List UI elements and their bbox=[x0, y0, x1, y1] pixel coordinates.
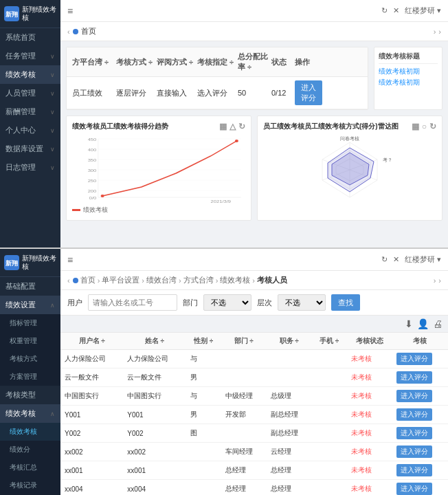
nav-next-icon-bottom[interactable]: › bbox=[434, 276, 436, 285]
person-icon[interactable]: 👤 bbox=[417, 318, 429, 329]
bc-item-5[interactable]: 考核人员 bbox=[257, 275, 287, 285]
bc-item-4[interactable]: 绩效考核 bbox=[220, 275, 250, 285]
sidebar-item-assess-type[interactable]: 考核类型 bbox=[0, 386, 60, 404]
td-job: 副总经理 bbox=[267, 406, 312, 424]
sidebar-item-basic-config[interactable]: 基础配置 bbox=[0, 277, 60, 296]
right-item-1[interactable]: 绩效考核初期 bbox=[379, 67, 438, 76]
svg-text:2021/3/9: 2021/3/9 bbox=[211, 199, 232, 204]
right-panel: 绩效考核标题 绩效考核初期 绩效考核初期 bbox=[374, 47, 443, 110]
bc-item-2[interactable]: 绩效台湾 bbox=[146, 275, 177, 285]
right-item-2[interactable]: 绩效考核初期 bbox=[379, 78, 438, 87]
user-text[interactable]: 红楼梦研 ▾ bbox=[405, 6, 441, 16]
sidebar-item-perf[interactable]: 绩效考核 ∨ bbox=[0, 65, 60, 84]
enter-button[interactable]: 进入评分 bbox=[396, 464, 432, 476]
td-name: 中国图实行 bbox=[123, 387, 186, 406]
close-icon[interactable]: ✕ bbox=[393, 6, 399, 15]
bc-item-1[interactable]: 单平台设置 bbox=[102, 275, 139, 285]
td-dept bbox=[221, 368, 267, 387]
bc-item-3[interactable]: 方式台湾 bbox=[183, 275, 214, 285]
sidebar-sub-item-plan[interactable]: 方案管理 bbox=[0, 368, 60, 386]
th-assess-action[interactable]: 考核 bbox=[392, 333, 448, 350]
sidebar-item-log[interactable]: 日志管理 ∨ bbox=[0, 158, 60, 177]
sidebar-item-salary[interactable]: 薪酬管理 ∨ bbox=[0, 102, 60, 121]
td-action: 进入评分 bbox=[295, 80, 322, 105]
enter-button[interactable]: 进入评分 bbox=[396, 353, 432, 365]
th-job[interactable]: 职务 ÷ bbox=[267, 333, 312, 350]
chart2-title: 员工绩效考核员工绩效考核方式(得分)雷达图 ▦ ○ ↻ bbox=[263, 122, 436, 131]
sidebar-sub-perf: 指标管理 权重管理 考核方式 方案管理 bbox=[0, 314, 60, 386]
table-row: xx004 xx004 总经理 总经理 未考核 进入评分 bbox=[60, 480, 448, 496]
enter-button[interactable]: 进入评分 bbox=[396, 427, 432, 439]
td-phone bbox=[312, 350, 347, 368]
filter-input-user[interactable] bbox=[88, 294, 177, 311]
bc-sep-4: › bbox=[252, 276, 255, 285]
menu-icon[interactable]: ≡ bbox=[67, 6, 73, 16]
chevron-icon: ∨ bbox=[50, 164, 55, 171]
enter-score-button[interactable]: 进入评分 bbox=[295, 80, 322, 105]
td-name: 人力保险公司 bbox=[123, 350, 186, 368]
nav-next-icon2[interactable]: › bbox=[438, 28, 441, 36]
enter-button[interactable]: 进入评分 bbox=[396, 446, 432, 458]
enter-button[interactable]: 进入评分 bbox=[396, 483, 432, 495]
circle-icon[interactable]: ○ bbox=[422, 122, 427, 131]
nav-prev-icon-bottom[interactable]: ‹ bbox=[67, 276, 70, 285]
table-icon[interactable]: ▦ bbox=[219, 122, 227, 131]
table-icon[interactable]: ▦ bbox=[412, 122, 419, 131]
topbar-left: ≡ bbox=[67, 6, 73, 16]
sidebar-sub-item-summary[interactable]: 考核汇总 bbox=[0, 459, 60, 476]
sidebar-item-personal[interactable]: 个人中心 ∨ bbox=[0, 121, 60, 140]
user-text-bottom[interactable]: 红楼梦研 ▾ bbox=[405, 254, 441, 265]
sidebar-item-perf-setting[interactable]: 绩效设置 ∧ bbox=[0, 296, 60, 314]
menu-icon-bottom[interactable]: ≡ bbox=[67, 254, 73, 265]
chart-icon[interactable]: △ bbox=[229, 122, 236, 131]
th-username[interactable]: 用户名 ÷ bbox=[60, 333, 123, 350]
sidebar-top: 新翔 新翔绩效考核 系统首页 任务管理 ∨ 绩效考核 ∨ 人员管理 ∨ bbox=[0, 0, 60, 248]
svg-text:200: 200 bbox=[88, 189, 97, 193]
nav-next-icon2-bottom[interactable]: › bbox=[438, 276, 441, 285]
refresh-icon[interactable]: ↻ bbox=[429, 122, 436, 131]
th-assess-status[interactable]: 考核状态 bbox=[347, 333, 392, 350]
td-dept: 车间经理 bbox=[221, 443, 267, 461]
sidebar-sub-item-score[interactable]: 绩效分 bbox=[0, 441, 60, 459]
sidebar-sub-item-indicator[interactable]: 指标管理 bbox=[0, 314, 60, 332]
td-col3: 直接输入 bbox=[157, 88, 194, 98]
nav-next-icon[interactable]: › bbox=[434, 28, 436, 36]
sidebar-sub-item-weight[interactable]: 权重管理 bbox=[0, 332, 60, 350]
topbar-right: ↻ ✕ 红楼梦研 ▾ bbox=[381, 6, 441, 16]
enter-button[interactable]: 进入评分 bbox=[396, 408, 432, 421]
chevron-icon: ∨ bbox=[50, 146, 55, 153]
td-gender: 男 bbox=[186, 406, 221, 424]
sidebar-sub-item-record[interactable]: 考核记录 bbox=[0, 476, 60, 494]
sidebar-item-home[interactable]: 系统首页 bbox=[0, 28, 60, 47]
download-icon[interactable]: ⬇ bbox=[405, 318, 413, 329]
chevron-icon: ∨ bbox=[50, 72, 55, 78]
print-icon[interactable]: 🖨 bbox=[433, 318, 443, 329]
sidebar-item-db[interactable]: 数据库设置 ∨ bbox=[0, 140, 60, 158]
bc-item-0[interactable]: 首页 bbox=[80, 275, 96, 285]
td-job: 总级理 bbox=[267, 387, 312, 406]
enter-button[interactable]: 进入评分 bbox=[396, 371, 432, 384]
th-phone[interactable]: 手机 ÷ bbox=[312, 333, 347, 350]
filter-select-level[interactable]: 不选 bbox=[278, 294, 326, 311]
refresh-icon[interactable]: ↻ bbox=[238, 122, 245, 131]
th-name[interactable]: 姓名 ÷ bbox=[123, 333, 186, 350]
td-action: 进入评分 bbox=[392, 368, 448, 387]
sidebar-sub-item-method[interactable]: 考核方式 bbox=[0, 350, 60, 368]
enter-button[interactable]: 进入评分 bbox=[396, 390, 432, 402]
close-icon-bottom[interactable]: ✕ bbox=[393, 255, 399, 264]
th-gender[interactable]: 性别 ÷ bbox=[186, 333, 221, 350]
td-action: 进入评分 bbox=[392, 480, 448, 496]
th-dept[interactable]: 部门 ÷ bbox=[221, 333, 267, 350]
nav-prev-icon[interactable]: ‹ bbox=[67, 28, 70, 36]
sidebar-item-perf-assess[interactable]: 绩效考核 ∧ bbox=[0, 404, 60, 423]
breadcrumb-item[interactable]: 首页 bbox=[81, 26, 96, 36]
sidebar-item-task[interactable]: 任务管理 ∨ bbox=[0, 47, 60, 65]
sidebar-sub-item-assess[interactable]: 绩效考核 bbox=[0, 423, 60, 441]
refresh-icon[interactable]: ↻ bbox=[381, 6, 388, 15]
td-col1: 员工绩效 bbox=[72, 88, 113, 98]
filter-select-dept[interactable]: 不选 bbox=[203, 294, 251, 311]
search-button[interactable]: 查找 bbox=[331, 294, 360, 311]
refresh-icon-bottom[interactable]: ↻ bbox=[381, 255, 388, 264]
td-status: 未考核 bbox=[347, 406, 392, 424]
sidebar-item-people[interactable]: 人员管理 ∨ bbox=[0, 84, 60, 102]
